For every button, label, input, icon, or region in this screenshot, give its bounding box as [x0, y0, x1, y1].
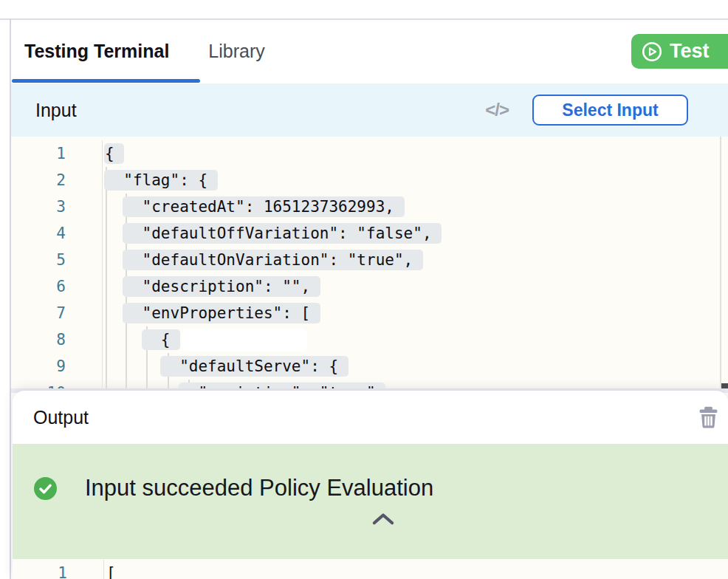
code-text: "flag": {: [103, 167, 218, 193]
output-code-editor[interactable]: 1[: [13, 559, 728, 579]
play-circle-icon: [642, 41, 662, 62]
code-text: {: [103, 326, 307, 353]
line-number: 8: [11, 326, 103, 353]
success-banner: Input succeeded Policy Evaluation: [13, 444, 728, 559]
clear-output-button[interactable]: [698, 406, 718, 428]
test-button[interactable]: Test: [631, 34, 728, 69]
code-line[interactable]: 8 {: [11, 326, 728, 353]
code-line[interactable]: 7 "envProperties": [: [11, 300, 728, 326]
code-line[interactable]: 6 "description": "",: [11, 273, 728, 300]
code-line[interactable]: 3 "createdAt": 1651237362993,: [11, 193, 728, 220]
line-number: 2: [11, 167, 103, 193]
trash-icon: [698, 406, 718, 428]
code-view-icon[interactable]: </>: [485, 100, 509, 120]
input-code-editor[interactable]: 1{ 2 "flag": { 3 "createdAt": 1651237362…: [11, 137, 728, 388]
line-number: 1: [11, 140, 103, 167]
tab-bar: Testing Terminal Library: [24, 32, 265, 69]
top-divider: [0, 18, 728, 20]
select-input-button[interactable]: Select Input: [532, 95, 688, 126]
code-text: "defaultOnVariation": "true",: [103, 247, 423, 273]
inline-widget: [182, 329, 307, 352]
code-line[interactable]: 1{: [11, 140, 728, 167]
code-text: "description": "",: [103, 273, 320, 300]
code-text: "defaultServe": {: [103, 353, 348, 380]
code-text: "defaultOffVariation": "false",: [103, 220, 442, 247]
code-line[interactable]: 5 "defaultOnVariation": "true",: [11, 247, 728, 273]
active-tab-underline: [12, 79, 200, 83]
tab-library[interactable]: Library: [208, 41, 264, 62]
line-number: 5: [11, 247, 103, 273]
code-line[interactable]: 4 "defaultOffVariation": "false",: [11, 220, 728, 247]
testing-terminal-page: Testing Terminal Library Test Input </> …: [0, 0, 728, 579]
code-line[interactable]: 9 "defaultServe": {: [11, 353, 728, 380]
input-title: Input: [35, 100, 77, 121]
line-number: 3: [11, 193, 103, 220]
line-number: 10: [11, 380, 103, 388]
code-text: [: [104, 560, 126, 579]
chevron-up-icon: [371, 512, 395, 526]
line-number: 4: [11, 220, 103, 247]
code-line[interactable]: 1[: [13, 560, 728, 579]
code-text: "envProperties": [: [103, 300, 320, 326]
code-text: "createdAt": 1651237362993,: [103, 193, 405, 220]
editor-right-border: [720, 137, 721, 388]
line-number: 6: [11, 273, 103, 300]
output-title: Output: [33, 407, 89, 428]
output-panel: Output Input succeeded Policy Evalua: [13, 391, 728, 579]
code-line[interactable]: 10 "variation": "true": [11, 380, 728, 388]
check-circle-icon: [34, 477, 57, 500]
code-text: {: [103, 140, 124, 167]
line-number: 1: [13, 560, 104, 579]
collapse-banner-button[interactable]: [371, 512, 395, 526]
test-button-label: Test: [670, 40, 710, 63]
line-number: 7: [11, 300, 103, 326]
code-text: "variation": "true": [103, 380, 385, 388]
scrollbar-corner[interactable]: [721, 383, 728, 388]
output-section-header: Output: [13, 391, 728, 444]
code-line[interactable]: 2 "flag": {: [11, 167, 728, 193]
success-message: Input succeeded Policy Evaluation: [85, 475, 433, 501]
input-section-header: Input </> Select Input: [11, 83, 728, 137]
line-number: 9: [11, 353, 103, 380]
tab-testing-terminal[interactable]: Testing Terminal: [24, 41, 169, 62]
